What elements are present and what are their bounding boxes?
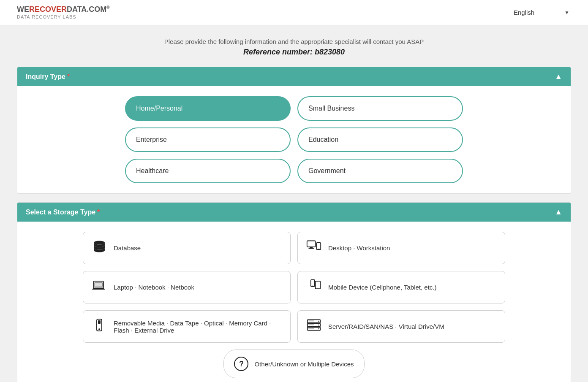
logo-reg: ®	[106, 5, 109, 10]
language-dropdown[interactable]: English Français Español Deutsch	[512, 7, 571, 18]
storage-btn-laptop[interactable]: Laptop · Notebook · Netbook	[83, 271, 291, 303]
logo-subtitle: DATA RECOVERY LABS	[17, 14, 110, 20]
logo-recover: RECOVER	[29, 5, 67, 14]
removable-icon	[92, 317, 107, 336]
inquiry-btn-education[interactable]: Education	[297, 127, 463, 152]
logo: WERECOVERDATA.COM® DATA RECOVERY LABS	[17, 5, 110, 20]
svg-rect-23	[308, 328, 314, 329]
logo-data: DATA	[67, 5, 87, 14]
inquiry-btn-government[interactable]: Government	[297, 159, 463, 183]
other-label: Other/Unknown or Multiple Devices	[254, 360, 354, 368]
inquiry-grid: Home/Personal Small Business Enterprise …	[125, 96, 463, 183]
database-icon	[92, 239, 107, 257]
logo-we: WE	[17, 5, 29, 14]
database-label: Database	[114, 244, 141, 252]
inquiry-section-chevron[interactable]: ▲	[555, 72, 562, 81]
header: WERECOVERDATA.COM® DATA RECOVERY LABS En…	[0, 0, 588, 25]
svg-point-0	[94, 241, 105, 245]
svg-rect-8	[311, 280, 315, 287]
laptop-label: Laptop · Notebook · Netbook	[114, 284, 194, 291]
storage-btn-other[interactable]: ? Other/Unknown or Multiple Devices	[223, 349, 364, 378]
inquiry-btn-home-personal[interactable]: Home/Personal	[125, 96, 291, 121]
inquiry-btn-healthcare[interactable]: Healthcare	[125, 159, 291, 183]
language-selector[interactable]: English Français Español Deutsch ▼	[512, 7, 571, 18]
storage-btn-desktop[interactable]: Desktop · Workstation	[297, 232, 505, 264]
svg-rect-4	[316, 243, 321, 249]
storage-btn-database[interactable]: Database	[83, 232, 291, 264]
inquiry-type-section: Inquiry Type* ▲ Home/Personal Small Busi…	[17, 67, 571, 194]
storage-type-section: Select a Storage Type* ▲	[17, 202, 571, 382]
svg-point-11	[318, 288, 318, 288]
storage-title-text: Select a Storage Type	[26, 209, 95, 216]
inquiry-title-text: Inquiry Type	[26, 73, 65, 80]
svg-point-19	[318, 325, 319, 326]
svg-rect-5	[318, 249, 320, 249]
storage-btn-removable[interactable]: Removable Media · Data Tape · Optical · …	[83, 310, 291, 343]
laptop-icon	[92, 278, 107, 296]
inquiry-type-title: Inquiry Type*	[26, 73, 70, 81]
svg-point-9	[312, 286, 313, 287]
mobile-icon	[306, 278, 321, 296]
reference-number: Reference number: b823080	[17, 48, 571, 57]
storage-btn-server[interactable]: Server/RAID/SAN/NAS · Virtual Drive/VM	[297, 310, 505, 343]
inquiry-type-header: Inquiry Type* ▲	[17, 67, 571, 86]
svg-point-16	[318, 321, 319, 322]
inquiry-btn-enterprise[interactable]: Enterprise	[125, 127, 291, 152]
server-label: Server/RAID/SAN/NAS · Virtual Drive/VM	[328, 323, 444, 330]
svg-rect-10	[316, 281, 321, 289]
svg-point-22	[318, 328, 319, 330]
storage-type-header: Select a Storage Type* ▲	[17, 203, 571, 222]
svg-point-14	[98, 328, 100, 330]
storage-grid: Database	[83, 232, 505, 343]
svg-rect-3	[308, 248, 314, 249]
svg-rect-7	[95, 282, 102, 287]
storage-section-body: Database	[17, 222, 571, 382]
server-icon	[306, 317, 321, 336]
logo-com: .COM	[87, 5, 106, 14]
inquiry-btn-small-business[interactable]: Small Business	[297, 96, 463, 121]
inquiry-required-marker: *	[67, 73, 70, 80]
svg-rect-13	[98, 320, 101, 324]
inquiry-section-body: Home/Personal Small Business Enterprise …	[17, 86, 571, 193]
removable-label: Removable Media · Data Tape · Optical · …	[114, 320, 282, 334]
svg-rect-17	[308, 320, 314, 321]
svg-rect-2	[310, 247, 313, 248]
desktop-icon	[306, 239, 321, 257]
storage-type-title: Select a Storage Type*	[26, 209, 100, 216]
intro-description: Please provide the following information…	[17, 38, 571, 45]
desktop-label: Desktop · Workstation	[328, 244, 390, 252]
svg-rect-1	[307, 241, 316, 247]
mobile-label: Mobile Device (Cellphone, Tablet, etc.)	[328, 284, 437, 291]
svg-rect-20	[308, 324, 314, 325]
storage-required-marker: *	[97, 209, 100, 216]
storage-btn-mobile[interactable]: Mobile Device (Cellphone, Tablet, etc.)	[297, 271, 505, 303]
main-content: Please provide the following information…	[0, 25, 588, 382]
storage-section-chevron[interactable]: ▲	[555, 208, 562, 217]
other-icon: ?	[234, 357, 248, 371]
